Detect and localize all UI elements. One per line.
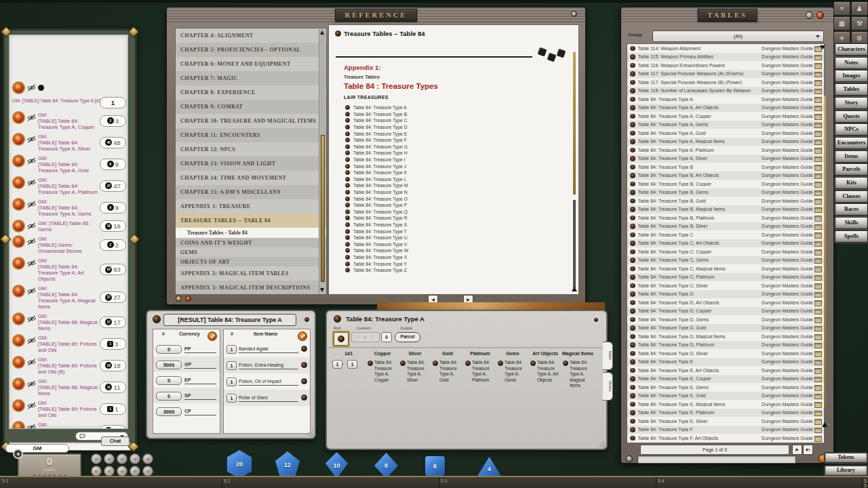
chapter-item[interactable]: COINS AND IT'S WEIGHT xyxy=(176,238,326,247)
scroll-thumb[interactable] xyxy=(573,200,576,288)
hotkey-bar[interactable]: 5-15-25-35-45-5 xyxy=(0,476,868,488)
table-list-row[interactable]: Table 84: Treasure Type D, Art ObjectsDu… xyxy=(627,298,824,307)
module-link-icon[interactable] xyxy=(814,300,822,306)
link-die-icon[interactable] xyxy=(630,308,635,314)
chat-message-text[interactable]: GM: [TABLE] Table 84: Treasure Type A [d… xyxy=(12,97,100,104)
module-link-icon[interactable] xyxy=(814,165,822,171)
coin-icon[interactable]: ¤ xyxy=(104,466,115,476)
currency-value-field[interactable]: 5000 xyxy=(156,361,182,369)
table-list-row[interactable]: Table 84: Treasure Type D, Magical Items… xyxy=(627,332,824,341)
link-die-icon[interactable] xyxy=(433,361,438,366)
treasure-table-link[interactable]: Table 84: Treasure Type A xyxy=(345,104,558,111)
table-cell-link[interactable]: Table 84: Treasure Type A, Platinum xyxy=(464,360,496,389)
module-link-icon[interactable] xyxy=(814,377,822,383)
module-link-icon[interactable] xyxy=(814,199,822,205)
item-count-field[interactable]: 1 xyxy=(226,378,237,386)
table-list-row[interactable]: Table 84: Treasure Type E, GemsDungeon M… xyxy=(627,383,824,392)
chapter-item[interactable]: CHAPTER 8: EXPERIENCE xyxy=(176,85,326,100)
link-die-icon[interactable] xyxy=(630,300,635,306)
link-die-icon[interactable] xyxy=(345,242,350,247)
sidebar-button-quests[interactable]: Quests xyxy=(835,110,868,123)
link-die-icon[interactable] xyxy=(630,190,635,195)
sidebar-button-encounters[interactable]: Encounters xyxy=(835,137,868,149)
hotbar-slot-label[interactable]: 5-1 xyxy=(2,479,8,483)
link-die-icon[interactable] xyxy=(630,199,635,204)
module-link-icon[interactable] xyxy=(814,182,822,188)
link-die-icon[interactable] xyxy=(630,46,635,52)
treasure-table-link[interactable]: Table 84: Treasure Type C xyxy=(345,117,558,124)
output-parcel-button[interactable]: Parcel xyxy=(395,332,420,342)
table-list-row[interactable]: Table 118: Number of Languages Spoken By… xyxy=(627,87,824,96)
currency-value-field[interactable]: 0 xyxy=(156,392,182,401)
link-die-icon[interactable] xyxy=(345,190,350,195)
chapter-item[interactable]: CHAPTER 7: MAGIC xyxy=(176,71,326,85)
tab-main[interactable]: Main xyxy=(603,342,613,370)
tools-icon[interactable]: ⚒ xyxy=(851,16,868,30)
module-link-icon[interactable] xyxy=(814,232,822,239)
chapter-item[interactable]: CHAPTER 15: A DM'S MISCELLANY xyxy=(176,185,326,199)
d8-die[interactable]: 8 xyxy=(374,453,398,479)
sidebar-button-npcs[interactable]: NPCs xyxy=(835,123,868,136)
link-die-icon[interactable] xyxy=(630,139,635,144)
link-die-icon[interactable] xyxy=(630,410,635,415)
sidebar-button-classes[interactable]: Classes xyxy=(835,190,868,203)
table-list-row[interactable]: Table 84: Treasure Type E, CopperDungeon… xyxy=(627,375,824,384)
link-die-icon[interactable] xyxy=(630,224,635,229)
range-to-box[interactable]: 1 xyxy=(347,360,357,369)
link-die-icon[interactable] xyxy=(630,232,635,238)
link-die-icon[interactable] xyxy=(630,291,635,297)
link-die-icon[interactable] xyxy=(630,351,635,357)
pin-button[interactable] xyxy=(806,12,813,19)
link-die-icon[interactable] xyxy=(345,183,350,188)
sidebar-button-skills[interactable]: Skills xyxy=(835,217,868,229)
chapter-item[interactable]: OBJECTS OF ART xyxy=(176,257,326,266)
treasure-table-link[interactable]: Table 84: Treasure Type Z xyxy=(345,267,558,274)
table-list-row[interactable]: Table 84: Treasure Type B, SilverDungeon… xyxy=(627,222,824,231)
hotbar-slot-label[interactable]: 5-5 xyxy=(864,479,868,488)
item-name-link[interactable]: Potion, Extra-Healing xyxy=(239,363,298,369)
item-die-icon[interactable] xyxy=(301,394,307,401)
table-cell-link[interactable]: Table 84: Treasure Type A, Magical Items xyxy=(561,360,594,389)
link-die-icon[interactable] xyxy=(630,97,635,102)
link-die-icon[interactable] xyxy=(630,80,635,85)
module-link-icon[interactable] xyxy=(814,351,822,357)
treasure-table-link[interactable]: Table 84: Treasure Type J xyxy=(345,163,558,169)
treasure-table-link[interactable]: Table 84: Treasure Type P xyxy=(345,202,558,209)
treasure-table-link[interactable]: Table 84: Treasure Type O xyxy=(345,195,558,202)
window-option-button[interactable] xyxy=(176,296,182,302)
table-list-row[interactable]: Table 84: Treasure Type E, Art ObjectsDu… xyxy=(627,366,824,375)
link-die-icon[interactable] xyxy=(630,156,635,161)
currency-value-field[interactable]: 0 xyxy=(156,376,182,385)
link-die-icon[interactable] xyxy=(630,182,635,187)
module-link-icon[interactable] xyxy=(814,436,822,442)
filter-icon[interactable] xyxy=(820,45,825,49)
link-die-icon[interactable] xyxy=(630,173,635,178)
mini-die-icon[interactable] xyxy=(304,317,309,322)
link-die-icon[interactable] xyxy=(630,393,635,399)
table-list-row[interactable]: Table 84: Treasure Type D, GemsDungeon M… xyxy=(627,315,824,324)
treasure-table-link[interactable]: Table 84: Treasure Type N xyxy=(345,189,558,196)
window-close-icon[interactable]: × xyxy=(833,1,850,16)
table-list-row[interactable]: Table 84: Treasure Type C, Magical Items… xyxy=(627,264,824,273)
item-name-link[interactable]: Banded Agate xyxy=(239,346,298,353)
module-link-icon[interactable] xyxy=(814,326,822,332)
treasure-table-link[interactable]: Table 84: Treasure Type M xyxy=(345,182,558,189)
table-list-row[interactable]: Table 84: Treasure Type C, SilverDungeon… xyxy=(627,281,824,290)
treasure-table-link[interactable]: Table 84: Treasure Type L xyxy=(345,176,558,183)
link-die-icon[interactable] xyxy=(630,402,635,407)
chat-message-text[interactable]: GM:[TABLE] Table 89: Potions and Oils (B… xyxy=(38,356,100,375)
module-link-icon[interactable] xyxy=(814,114,822,120)
table-cell-link[interactable]: Table 84: Treasure Type A, Art Objects xyxy=(529,360,561,389)
module-link-icon[interactable] xyxy=(814,207,822,214)
chapter-item[interactable]: APPENDIX 2: MAGICAL ITEM TABLES xyxy=(176,266,326,281)
close-button[interactable] xyxy=(571,11,577,17)
currency-value-field[interactable]: 0 xyxy=(156,345,182,354)
link-die-icon[interactable] xyxy=(630,436,635,441)
custom-dice-control[interactable]: A ▤ 0 xyxy=(351,332,380,342)
chat-message-text[interactable]: GM:[TABLE] Table 89: Potions and Oils xyxy=(38,334,100,353)
link-die-icon[interactable] xyxy=(345,131,350,136)
module-link-icon[interactable] xyxy=(814,334,822,340)
table-list-row[interactable]: Table 117: Special Purpose Weapons (A) (… xyxy=(627,70,824,79)
link-die-icon[interactable] xyxy=(630,368,635,373)
filter-input[interactable] xyxy=(637,455,796,464)
